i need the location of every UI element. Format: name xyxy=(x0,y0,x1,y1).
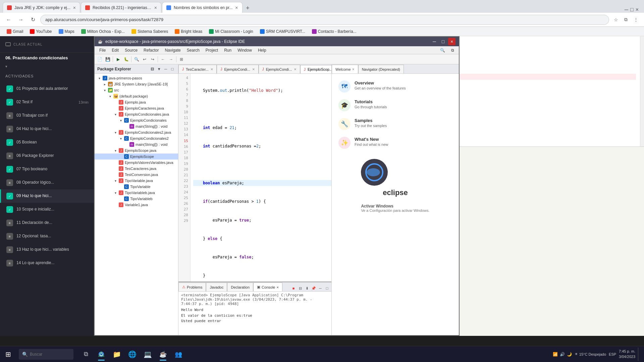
activity-2[interactable]: ✓ 02 Test if 13min xyxy=(0,96,94,109)
pkg-menu-icon[interactable]: ▾ xyxy=(156,66,162,72)
console-tab-close[interactable]: × xyxy=(276,285,278,289)
tree-tescar[interactable]: J TesCaracteres.java xyxy=(95,166,178,172)
menu-source[interactable]: Source xyxy=(122,47,140,53)
tab-navigator[interactable]: Navigator (Deprecated) xyxy=(358,65,404,73)
bookmark-classroom[interactable]: Mi Classroom - Login xyxy=(206,28,256,35)
new-tab-button[interactable]: + xyxy=(243,3,253,13)
tree-scope-class[interactable]: C EjemploScope xyxy=(95,154,178,160)
activity-8[interactable]: ≡ 08 Operador lógico... xyxy=(0,176,94,189)
menu-edit[interactable]: Edit xyxy=(109,47,121,53)
browser-tab-2[interactable]: Recibidos (8.221) - ingenieriasgr... × xyxy=(81,2,161,13)
menu-perspective-icon[interactable]: ⧉ xyxy=(448,47,457,53)
tree-src-toggle[interactable]: ▾ xyxy=(103,88,107,92)
tree-jre[interactable]: ▸ ☕ JRE System Library [JavaSE-19] xyxy=(95,81,178,87)
tree-condicionales-class[interactable]: ▾ C EjemploCondicionales xyxy=(95,117,178,123)
tree-default-pkg[interactable]: ▾ 📦 (default package) xyxy=(95,93,178,99)
welcome-overview[interactable]: 🗺 Overview Get an overview of the featur… xyxy=(338,80,452,93)
welcome-tutorials[interactable]: 🎓 Tutorials Go through tutorials xyxy=(338,99,452,111)
maximize-button[interactable]: □ xyxy=(630,7,634,13)
tree-tipovariableb-toggle[interactable]: ▾ xyxy=(113,191,117,195)
tree-valores[interactable]: J EjemploValoresVariables.java xyxy=(95,160,178,166)
wifi-icon[interactable]: 📶 xyxy=(553,352,558,357)
bookmark-saberes[interactable]: Sistema Saberes xyxy=(129,28,171,35)
activity-3[interactable]: ≡ 03 Trabajar con if xyxy=(0,109,94,122)
address-input[interactable] xyxy=(40,15,609,25)
tab-javadoc[interactable]: Javadoc xyxy=(206,283,227,291)
tab-console[interactable]: ▣ Console × xyxy=(253,283,282,291)
taskbar-files[interactable]: 📁 xyxy=(110,347,124,361)
eclipse-maximize-button[interactable]: □ xyxy=(439,38,447,45)
taskbar-chrome[interactable] xyxy=(94,347,108,361)
minimize-button[interactable]: ─ xyxy=(625,7,628,13)
browser-tab-1[interactable]: Java JRE y JDK: compile y ej... × xyxy=(3,2,80,13)
tab-welcome[interactable]: Welcome × xyxy=(332,65,358,73)
tree-testconv[interactable]: J TestConversion.java xyxy=(95,172,178,178)
tree-condicionales[interactable]: ▾ J EjemploCondicionales.java xyxy=(95,111,178,117)
tree-cond2-class[interactable]: ▾ C EjemploCondicionales2 xyxy=(95,135,178,141)
bookmark-srm[interactable]: SRM CAMPUSVIRT... xyxy=(257,28,308,35)
activity-7[interactable]: ✓ 07 Tipo booleano xyxy=(0,163,94,176)
activity-1[interactable]: ✓ 01 Proyecto del aula anterior xyxy=(0,82,94,96)
bookmark-barberia[interactable]: Contacto - Barbería... xyxy=(309,28,359,35)
activity-12[interactable]: ≡ 12 Opcional: tasa... xyxy=(0,230,94,243)
tab-declaration[interactable]: Declaration xyxy=(227,283,253,291)
tree-condicionales-toggle[interactable]: ▾ xyxy=(113,112,117,116)
activity-14[interactable]: ≡ 14 Lo que aprendie... xyxy=(0,256,94,270)
taskbar-browser[interactable]: 🌐 xyxy=(125,347,139,361)
tree-condicionales2[interactable]: ▾ J EjemploCondicionales2.java xyxy=(95,129,178,135)
toolbar-new[interactable]: 📄 xyxy=(96,56,103,63)
eclipse-close-button[interactable]: × xyxy=(448,38,455,45)
tree-cond2-main[interactable]: m main(String[]) : void xyxy=(95,141,178,147)
bookmark-milton[interactable]: Milton Ochoa - Exp... xyxy=(78,28,127,35)
menu-search[interactable]: Search xyxy=(184,47,202,53)
sound-icon[interactable]: 🔊 xyxy=(560,352,565,357)
tree-condicionales-class-toggle[interactable]: ▾ xyxy=(119,118,123,122)
editor-tab-condi1[interactable]: J EjemploCondi... × xyxy=(217,65,258,73)
menu-file[interactable]: File xyxy=(97,47,108,53)
editor-tab-condi2[interactable]: J EjemploCondi... × xyxy=(259,65,300,73)
welcome-samples[interactable]: 🔧 Samples Try out the samples xyxy=(338,118,452,130)
console-minimize-icon[interactable]: ─ xyxy=(317,285,323,291)
welcome-whatsnew[interactable]: ✨ What's New Find out what is new xyxy=(338,137,452,149)
tab-tescar-close[interactable]: × xyxy=(211,67,213,72)
tree-scope-toggle[interactable]: ▾ xyxy=(113,148,117,153)
tab-condi1-close[interactable]: × xyxy=(252,67,255,72)
settings-icon[interactable]: ⋮ xyxy=(632,16,640,24)
extensions-icon[interactable]: ⧉ xyxy=(622,16,630,24)
editor-tab-scope[interactable]: J EjemploScop... × xyxy=(300,65,331,74)
toolbar-run[interactable]: ▶ xyxy=(114,56,122,63)
tab1-close-icon[interactable]: × xyxy=(73,5,76,10)
code-text-area[interactable]: System.out.println("Hello Word"); int ed… xyxy=(191,74,331,282)
menu-refactor[interactable]: Refactor xyxy=(141,47,161,53)
tab-condi2-close[interactable]: × xyxy=(294,67,297,72)
tree-tipovariableb[interactable]: ▾ J TipoVariableb.java xyxy=(95,190,178,196)
bookmark-gmail[interactable]: Gmail xyxy=(4,28,26,35)
tree-caracteres[interactable]: J EjemploCaracteres.java xyxy=(95,105,178,111)
activity-9[interactable]: ✓ 09 Haz lo que hici... xyxy=(0,189,94,203)
taskbar-search-input[interactable] xyxy=(30,352,70,357)
toolbar-expand[interactable]: ⊞ xyxy=(178,56,185,63)
activity-10[interactable]: ✓ 10 Scope e inicializ... xyxy=(0,203,94,216)
tree-tipovariable[interactable]: ▾ J TipoVariable.java xyxy=(95,178,178,184)
bookmark-bright[interactable]: Bright Ideas xyxy=(172,28,205,35)
editor-tab-tescar[interactable]: J TesCaracter... × xyxy=(178,65,217,73)
toolbar-undo[interactable]: ↩ xyxy=(141,56,148,63)
menu-window[interactable]: Window xyxy=(235,47,255,53)
tree-default-pkg-toggle[interactable]: ▾ xyxy=(108,94,112,98)
taskbar-teams[interactable]: 👥 xyxy=(171,347,185,361)
toolbar-redo[interactable]: ↪ xyxy=(149,56,156,63)
menu-search-icon[interactable]: 🔍 xyxy=(437,47,448,53)
bookmark-youtube[interactable]: YouTube xyxy=(27,28,54,35)
activity-6[interactable]: ≡ 06 Package Explorer xyxy=(0,149,94,163)
welcome-close-icon[interactable]: × xyxy=(352,67,355,72)
close-button[interactable]: × xyxy=(636,7,639,13)
pkg-collapse-icon[interactable]: ⊟ xyxy=(149,66,155,72)
console-scroll-icon[interactable]: ⬇ xyxy=(304,285,310,291)
taskbar-time[interactable]: 7:45 p. m. 3/04/2023 xyxy=(619,349,635,359)
battery-icon[interactable]: 🌙 xyxy=(567,352,572,357)
tree-variable1[interactable]: J Variable1.java xyxy=(95,202,178,208)
pkg-minimize-icon[interactable]: ─ xyxy=(163,66,169,72)
toolbar-prev[interactable]: ← xyxy=(159,56,167,63)
toolbar-debug[interactable]: 🐛 xyxy=(122,56,130,63)
tree-tipovariable-class[interactable]: C TipoVariable xyxy=(95,184,178,190)
